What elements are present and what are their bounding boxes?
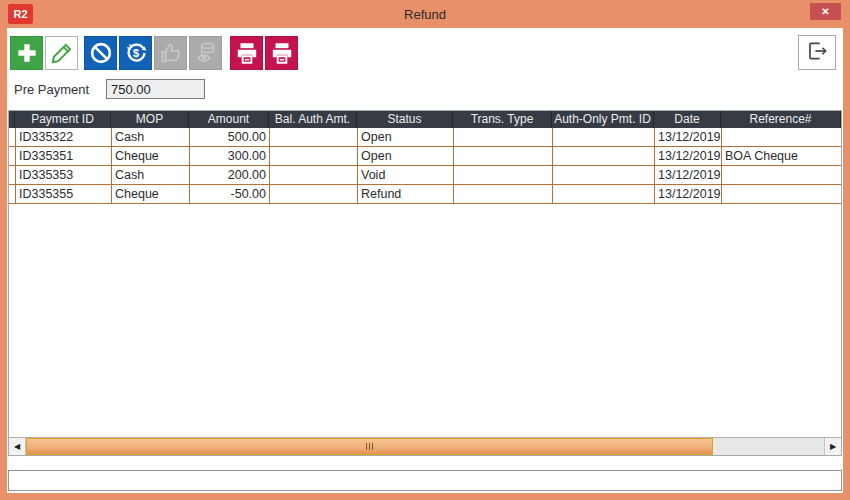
approve-button: [154, 36, 187, 70]
table-row[interactable]: ID335355Cheque-50.00Refund13/12/2019: [9, 185, 841, 204]
cell-payment_id: ID335353: [16, 166, 112, 185]
cell-auth_only_pmt_id: [553, 166, 655, 185]
cell-status: Open: [358, 147, 454, 166]
cell-bal_auth_amt: [270, 185, 358, 204]
add-button[interactable]: [10, 36, 43, 70]
cell-reference: [722, 128, 841, 147]
cell-date: 13/12/2019: [655, 166, 722, 185]
cell-trans_type: [454, 185, 553, 204]
cell-amount: 200.00: [190, 166, 270, 185]
column-header-trans_type[interactable]: Trans. Type: [453, 111, 552, 128]
cell-auth_only_pmt_id: [553, 147, 655, 166]
scroll-right-icon: ▶: [830, 442, 836, 451]
no-symbol-icon: [88, 40, 114, 66]
cell-auth_only_pmt_id: [553, 185, 655, 204]
cell-amount: 300.00: [190, 147, 270, 166]
cell-reference: [722, 185, 841, 204]
cell-selector: [9, 128, 16, 147]
cell-bal_auth_amt: [270, 166, 358, 185]
cell-selector: [9, 185, 16, 204]
cell-trans_type: [454, 147, 553, 166]
cell-date: 13/12/2019: [655, 147, 722, 166]
window-title: Refund: [0, 0, 850, 28]
cell-amount: 500.00: [190, 128, 270, 147]
cell-payment_id: ID335322: [16, 128, 112, 147]
cell-selector: [9, 147, 16, 166]
print-alt-button[interactable]: [265, 36, 298, 70]
column-header-reference[interactable]: Reference#: [721, 111, 841, 128]
titlebar[interactable]: Refund R2 ✕: [0, 0, 850, 28]
void-button[interactable]: [84, 36, 117, 70]
close-icon: ✕: [821, 6, 829, 17]
column-header-amount[interactable]: Amount: [189, 111, 269, 128]
pre-payment-field[interactable]: [106, 79, 205, 99]
horizontal-scrollbar[interactable]: ◀ ▶: [9, 437, 841, 455]
column-header-mop[interactable]: MOP: [111, 111, 189, 128]
pre-payment-label: Pre Payment: [14, 82, 106, 97]
refund-money-button[interactable]: $: [119, 36, 152, 70]
table-row[interactable]: ID335351Cheque300.00Open13/12/2019BOA Ch…: [9, 147, 841, 166]
app-logo-icon: R2: [8, 4, 33, 24]
column-header-payment_id[interactable]: Payment ID: [15, 111, 111, 128]
money-return-icon: $: [123, 40, 149, 66]
view-payments-button: [189, 36, 222, 70]
scroll-left-icon: ◀: [14, 442, 20, 451]
payments-table: Payment IDMOPAmountBal. Auth Amt.StatusT…: [8, 110, 842, 456]
cell-mop: Cheque: [112, 185, 190, 204]
edit-button[interactable]: [45, 36, 78, 70]
column-header-status[interactable]: Status: [357, 111, 453, 128]
pre-payment-row: Pre Payment: [14, 78, 106, 100]
table-body: ID335322Cash500.00Open13/12/2019ID335351…: [9, 128, 841, 437]
cell-date: 13/12/2019: [655, 128, 722, 147]
scroll-right-button[interactable]: ▶: [824, 438, 841, 455]
cell-status: Void: [358, 166, 454, 185]
thumbs-up-icon: [158, 40, 184, 66]
scrollbar-track[interactable]: [713, 438, 824, 455]
cell-auth_only_pmt_id: [553, 128, 655, 147]
cell-amount: -50.00: [190, 185, 270, 204]
column-header-bal_auth_amt[interactable]: Bal. Auth Amt.: [269, 111, 357, 128]
cell-payment_id: ID335355: [16, 185, 112, 204]
table-row[interactable]: ID335322Cash500.00Open13/12/2019: [9, 128, 841, 147]
exit-button[interactable]: [798, 35, 836, 70]
cell-selector: [9, 166, 16, 185]
column-header-auth_only_pmt_id[interactable]: Auth-Only Pmt. ID: [552, 111, 654, 128]
refund-dialog-window: Refund R2 ✕ $: [0, 0, 850, 500]
printer-icon: [234, 40, 260, 66]
status-message-box: [8, 470, 842, 491]
cell-bal_auth_amt: [270, 128, 358, 147]
close-button[interactable]: ✕: [810, 3, 841, 20]
cell-reference: [722, 166, 841, 185]
scrollbar-grip-icon: [366, 443, 373, 450]
cell-date: 13/12/2019: [655, 185, 722, 204]
svg-text:$: $: [132, 47, 138, 59]
table-row[interactable]: ID335353Cash200.00Void13/12/2019: [9, 166, 841, 185]
cell-mop: Cash: [112, 166, 190, 185]
print-button[interactable]: [230, 36, 263, 70]
column-header-date[interactable]: Date: [654, 111, 721, 128]
cell-mop: Cheque: [112, 147, 190, 166]
cell-status: Refund: [358, 185, 454, 204]
cell-payment_id: ID335351: [16, 147, 112, 166]
exit-icon: [804, 38, 830, 68]
pencil-icon: [49, 40, 75, 66]
cell-trans_type: [454, 128, 553, 147]
dialog-content: $ Pre Payment Payment IDMOPAmountBal. Au…: [7, 28, 843, 493]
cell-trans_type: [454, 166, 553, 185]
table-header-row: Payment IDMOPAmountBal. Auth Amt.StatusT…: [9, 111, 841, 128]
coins-eye-icon: [193, 40, 219, 66]
scroll-left-button[interactable]: ◀: [9, 438, 26, 455]
scrollbar-thumb[interactable]: [26, 438, 713, 455]
cell-bal_auth_amt: [270, 147, 358, 166]
cell-reference: BOA Cheque: [722, 147, 841, 166]
cell-mop: Cash: [112, 128, 190, 147]
plus-icon: [14, 40, 40, 66]
cell-status: Open: [358, 128, 454, 147]
printer-icon: [269, 40, 295, 66]
